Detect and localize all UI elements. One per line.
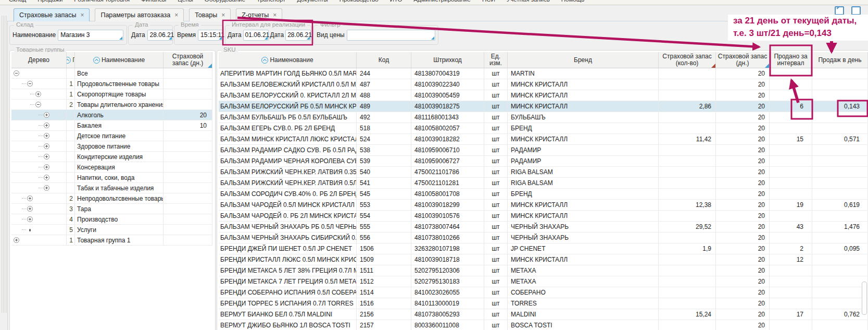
sku-row[interactable]: БРЕНДИ ДЖЕЙ ПИ ШЕНЕТ 0.5Л JP CHENET15063… — [219, 243, 868, 254]
tab-close-icon[interactable]: × — [221, 11, 225, 19]
sku-row[interactable]: БАЛЬЗАМ СОРОДИЧ СУВ.40% 0. РБ 2Л БРЕНД54… — [219, 189, 868, 200]
collapse-icon[interactable] — [27, 81, 33, 87]
menu-item[interactable]: Учетная запись — [501, 0, 556, 3]
menu-item[interactable]: Склад — [3, 0, 32, 3]
tree-row[interactable]: 5Услуги — [11, 225, 212, 235]
expand-icon[interactable] — [44, 133, 49, 139]
restore-window-icon[interactable] — [835, 6, 844, 15]
sku-row[interactable]: БАЛЬЗАМ БЕЛОРУССКИЙ РБ 0.5Л МИНСК КРИСТА… — [219, 101, 868, 112]
expand-icon[interactable] — [44, 175, 49, 180]
sku-row[interactable]: БРЕНДИ КРИСТАЛЛ ЛЮКС 0.5Л МИНСК КРИСТАЛЛ… — [219, 254, 868, 265]
collapsed-panel-splitter[interactable] — [5, 16, 5, 313]
tree-row[interactable]: Детское питание — [11, 131, 212, 141]
tree-row[interactable]: Все — [11, 68, 212, 79]
menu-item[interactable]: Цены — [172, 0, 199, 3]
tab-close-icon[interactable]: × — [80, 11, 84, 19]
tree-row[interactable]: 1Товарная группа 1 — [11, 235, 212, 246]
menu-item[interactable]: Помощь — [556, 0, 590, 3]
sku-row[interactable]: БАЛЬЗАМ ЧАРОДЕЙ 0. РБ 2Л МИНСК КРИСТАЛЛ5… — [219, 211, 868, 222]
tree-row[interactable]: 2Товары длительного хранения — [11, 100, 212, 110]
expand-icon[interactable] — [44, 143, 49, 149]
sku-row[interactable]: БАЛЬЗАМ ЧЕРНЫЙ ЗНАХАРЬ СИБИРСКИЙ 0.5Л ЧЕ… — [219, 233, 868, 243]
sku-row[interactable]: БАЛЬЗАМ РАДАМИР ЧЕРНАЯ КОРОЛЕВА СУВ 0.5Л… — [219, 156, 868, 167]
tree-row[interactable]: 1Скоропортящие товары — [11, 89, 212, 100]
menu-item[interactable]: ИТО — [384, 0, 408, 3]
sku-row[interactable]: ВЕРМУТ БИАНКО БЕЛ 0.75Л MALDINI215648107… — [219, 309, 868, 320]
collapse-icon[interactable] — [35, 102, 41, 107]
tree-row[interactable]: Бакалея10 — [11, 120, 212, 131]
sku-row[interactable]: БАЛЬЗАМ РИЖСКИЙ ЧЕРН.КЕР. ЛАТВИЯ 0.35Л R… — [219, 167, 868, 178]
expand-icon[interactable] — [44, 164, 49, 170]
column-header[interactable]: Продаж в день — [812, 52, 868, 68]
menu-item[interactable]: Документы — [291, 0, 333, 3]
expand-icon[interactable] — [44, 185, 49, 191]
sku-row[interactable]: БРЕНДИ МЕТАКСА 7 ЛЕТ ГРЕЦИЯ 0.5Л МЕТАХА1… — [219, 276, 868, 287]
tree-row[interactable]: 4Производство — [11, 214, 212, 225]
tree-row[interactable]: Табак и табачные изделия — [11, 183, 212, 193]
tree-row[interactable]: Алкоголь20 — [11, 110, 212, 120]
expand-icon[interactable] — [44, 154, 49, 160]
column-header[interactable]: Страховой запас (кол-во) — [659, 52, 716, 68]
menu-item[interactable]: Финансы — [135, 0, 172, 3]
sku-row[interactable]: БАЛЬЗАМ ЕГЕРЬ СУВ.0. РБ 2Л БРЕНД51848100… — [219, 123, 868, 134]
expand-icon[interactable] — [27, 195, 33, 201]
column-header[interactable]: Штрихкод — [411, 52, 484, 68]
sku-row[interactable]: БАЛЬЗАМ ЧЕРНЫЙ ЗНАХАРЬ РБ 0.5Л ЧЕРНЫЙ ЗН… — [219, 222, 868, 233]
tab-close-icon[interactable]: × — [273, 11, 276, 19]
collapsed-panel-splitter[interactable] — [2, 16, 2, 313]
column-header[interactable]: Наименование — [75, 52, 163, 68]
sku-row[interactable]: БАЛЬЗАМ ЧАРОДЕЙ 0.5Л МИНСК КРИСТАЛЛ55348… — [219, 200, 868, 211]
date-combo[interactable]: 28.06.21 — [147, 30, 173, 41]
sku-row[interactable]: ВЕРМУТ ДЖИБО БЬЯНКО 1Л BOSCA TOSTI215780… — [219, 320, 868, 330]
column-header[interactable]: Бренд — [508, 52, 659, 68]
sku-row[interactable]: БАЛЬЗАМ БУЛЬБАШЪ РБ 0.5Л БУЛЬБАШЪ4924811… — [219, 112, 868, 123]
tab-close-icon[interactable]: × — [174, 11, 178, 19]
menu-item[interactable]: Розничная торговля — [68, 0, 135, 3]
tab-Товары[interactable]: Товары× — [189, 8, 231, 21]
collapsed-panel-splitter[interactable] — [3, 16, 4, 313]
sku-row[interactable]: БАЛЬЗАМ РИЖСКИЙ ЧЕРН.КЕР. ЛАТВИЯ 0.5Л RI… — [219, 178, 868, 189]
tree-row[interactable]: 3Тара — [11, 204, 212, 214]
collapsed-panel-splitter[interactable] — [6, 16, 7, 313]
tab-Параметры автозаказа[interactable]: Параметры автозаказа× — [95, 8, 184, 21]
expand-icon[interactable] — [44, 123, 49, 128]
tree-row[interactable]: Здоровое питание — [11, 141, 212, 152]
sku-row[interactable]: БРЕНДИ ТОРРЕС 5 ИСПАНИЯ 0.7Л TORRES15168… — [219, 298, 868, 309]
menu-item[interactable]: Продажи — [32, 0, 68, 3]
interval-from-combo[interactable]: 01.06.21 — [243, 30, 269, 41]
expand-icon[interactable] — [44, 112, 49, 118]
interval-to-combo[interactable]: 28.06.21 — [285, 30, 311, 41]
sku-row[interactable]: БРЕНДИ СОБЕРАНО ИСПАНИЯ 0.5Л СОБЕРАНО151… — [219, 287, 868, 298]
expand-icon[interactable] — [35, 91, 41, 97]
menu-item[interactable]: НСИ — [476, 0, 501, 3]
menu-item[interactable]: Производство — [334, 0, 384, 3]
sku-row[interactable]: БАЛЬЗАМ РАДАМИР САДКО СУВ. РБ 0.5Л РАДАМ… — [219, 145, 868, 156]
menu-item[interactable]: Оборудование — [199, 0, 251, 3]
tree-row[interactable]: Кондитерские изделия — [11, 152, 212, 162]
menu-item[interactable]: Транспорт — [251, 0, 291, 3]
sku-row[interactable]: АПЕРИТИВ МАРТИН ГОЛД БЬЯНКО 0.5Л MARTIN2… — [219, 68, 868, 79]
tree-row[interactable]: 1Продовольственные товары — [11, 79, 212, 89]
column-header[interactable]: П — [67, 52, 75, 68]
sku-row[interactable]: БАЛЬЗАМ БЕЛОВЕЖСКИЙ КРИСТАЛЛ 0.5Л МИНСК … — [219, 79, 868, 90]
price-type-combo[interactable] — [347, 30, 435, 41]
menu-item[interactable]: Администрирование — [408, 0, 476, 3]
maximize-window-icon[interactable] — [851, 6, 861, 15]
tree-row[interactable]: Напитки, соки, вода — [11, 173, 212, 183]
tree-row[interactable]: Консервация — [11, 162, 212, 173]
time-combo[interactable]: 15:15:11 — [198, 30, 223, 41]
column-header[interactable]: Код — [357, 52, 411, 68]
collapse-icon[interactable] — [14, 70, 19, 76]
expand-icon[interactable] — [27, 216, 33, 222]
warehouse-combo[interactable]: Магазин 3 — [58, 30, 123, 41]
expand-icon[interactable] — [27, 206, 33, 212]
column-header[interactable]: Дерево — [11, 52, 67, 68]
sku-row[interactable]: БРЕНДИ МЕТАКСА 5 ЛЕТ 38% ГРЕЦИЯ 0.7Л МЕТ… — [219, 265, 868, 276]
tab-Страховые запасы[interactable]: Страховые запасы× — [14, 8, 90, 21]
sku-row[interactable]: БАЛЬЗАМ МИНСК КРИСТАЛЛ ЛЮКС КРИСТАЛ 0.5Л… — [219, 134, 868, 145]
column-header[interactable]: Ед. изм. — [484, 52, 508, 68]
column-header[interactable]: Наименование — [219, 52, 357, 68]
vertical-scrollbar-thumb[interactable] — [862, 282, 867, 315]
expand-icon[interactable] — [14, 237, 19, 243]
tree-row[interactable]: 2Непродовольтсвенные товары — [11, 193, 212, 204]
